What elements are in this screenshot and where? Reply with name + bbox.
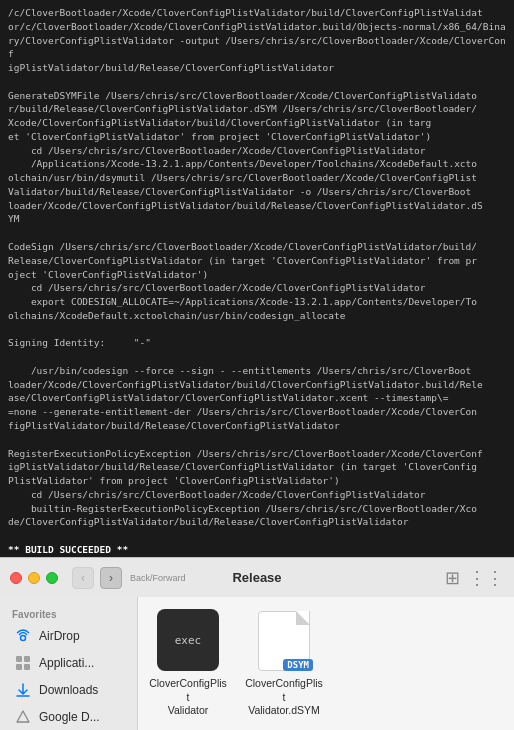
close-button[interactable] [10,572,22,584]
svg-point-0 [21,636,26,641]
exec-label: exec [175,634,202,647]
sidebar-item-applications-label: Applicati... [39,656,94,670]
sidebar-item-airdrop-label: AirDrop [39,629,80,643]
exec-file-icon: exec [157,609,219,671]
finder-toolbar: ‹ › Back/Forward Release ⊞ ⋮⋮ [0,557,514,597]
forward-button[interactable]: › [100,567,122,589]
window-title: Release [232,570,281,585]
view-icon[interactable]: ⊞ [445,567,460,589]
maximize-button[interactable] [46,572,58,584]
finder-body: Favorites AirDrop Applicati... [0,597,514,730]
sidebar: Favorites AirDrop Applicati... [0,597,138,730]
file-name-clover-validator-dsym: CloverConfigPlist Validator.dSYM [244,677,324,718]
svg-rect-4 [24,664,30,670]
terminal-output: /c/CloverBootloader/Xcode/CloverConfigPl… [8,6,506,557]
svg-rect-2 [24,656,30,662]
sidebar-item-airdrop[interactable]: AirDrop [4,623,133,649]
dsym-badge: DSYM [283,659,313,671]
sidebar-item-downloads[interactable]: Downloads [4,677,133,703]
finder-main-content: exec CloverConfigPlist Validator DSYM Cl… [138,597,514,730]
sidebar-section-favorites: Favorites [0,605,137,622]
sidebar-item-google-drive-label: Google D... [39,710,100,724]
file-name-clover-validator: CloverConfigPlist Validator [148,677,228,718]
downloads-icon [14,681,32,699]
terminal: /c/CloverBootloader/Xcode/CloverConfigPl… [0,0,514,557]
file-item-clover-validator[interactable]: exec CloverConfigPlist Validator [148,609,228,718]
svg-rect-3 [16,664,22,670]
back-button[interactable]: ‹ [72,567,94,589]
more-options-icon[interactable]: ⋮⋮ [468,567,504,589]
sidebar-item-applications[interactable]: Applicati... [4,650,133,676]
sidebar-item-downloads-label: Downloads [39,683,98,697]
svg-marker-6 [17,711,29,722]
dsym-file-icon: DSYM [253,609,315,671]
airdrop-icon [14,627,32,645]
svg-rect-1 [16,656,22,662]
file-item-clover-validator-dsym[interactable]: DSYM CloverConfigPlist Validator.dSYM [244,609,324,718]
minimize-button[interactable] [28,572,40,584]
sidebar-item-google-drive[interactable]: Google D... [4,704,133,730]
google-drive-icon [14,708,32,726]
applications-icon [14,654,32,672]
traffic-lights [10,572,58,584]
back-forward-label: Back/Forward [130,573,186,583]
